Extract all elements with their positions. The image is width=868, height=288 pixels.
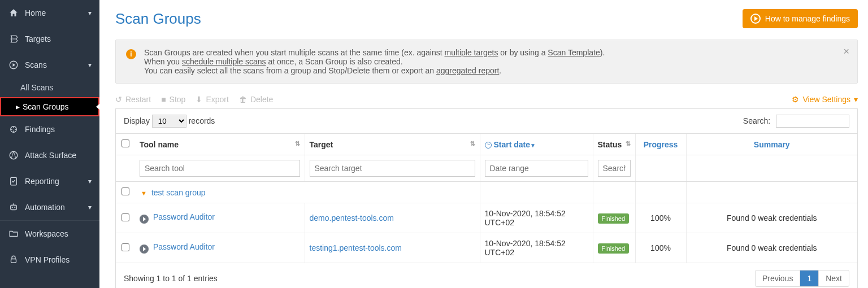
sidebar-item-targets[interactable]: Targets: [0, 26, 99, 52]
sidebar-item-label: Home: [25, 8, 46, 18]
how-to-manage-button[interactable]: How to manage findings: [743, 9, 858, 28]
automation-icon: [8, 202, 19, 213]
delete-button[interactable]: 🗑Delete: [239, 95, 273, 104]
page-title: Scan Groups: [115, 10, 201, 28]
caret-right-icon: ▸: [16, 102, 20, 111]
sidebar-item-label: VPN Profiles: [25, 255, 70, 264]
findings-icon: [8, 124, 19, 135]
view-settings-button[interactable]: ⚙View Settings▾: [792, 95, 858, 104]
page-next[interactable]: Next: [818, 270, 849, 286]
restart-button[interactable]: ↺Restart: [115, 95, 151, 104]
sidebar-item-label: Workspaces: [25, 229, 68, 238]
sidebar-item-workspaces[interactable]: Workspaces: [0, 220, 99, 247]
sidebar-item-automation[interactable]: Automation ▾: [0, 194, 99, 220]
reporting-icon: [8, 176, 19, 187]
search-control: Search:: [743, 115, 849, 128]
cell-summary: Found 0 weak credentials: [686, 233, 857, 263]
stop-button[interactable]: ■Stop: [161, 95, 185, 104]
filter-target-input[interactable]: [310, 160, 475, 177]
target-link[interactable]: testing1.pentest-tools.com: [310, 243, 402, 252]
tool-link[interactable]: Password Auditor: [153, 242, 215, 251]
tool-link[interactable]: Password Auditor: [153, 212, 215, 221]
clock-icon: [485, 142, 492, 149]
sidebar: Home ▾ Targets Scans ▾ All Scans ▸ Scan …: [0, 0, 99, 288]
link-multiple-targets[interactable]: multiple targets: [444, 48, 498, 57]
svg-rect-3: [11, 177, 17, 185]
col-status[interactable]: Status: [593, 134, 635, 155]
col-start-date[interactable]: Start date: [480, 134, 593, 155]
col-target[interactable]: Target: [305, 134, 480, 155]
table-row: Password Auditor testing1.pentest-tools.…: [116, 233, 857, 263]
sidebar-item-vpn[interactable]: VPN Profiles: [0, 247, 99, 273]
sidebar-item-label: Targets: [25, 34, 51, 43]
status-badge: Finished: [598, 213, 630, 224]
search-input[interactable]: [776, 115, 849, 128]
link-scan-template[interactable]: Scan Template: [548, 48, 600, 57]
row-checkbox[interactable]: [121, 213, 129, 221]
group-row[interactable]: ▼test scan group: [116, 182, 857, 203]
filter-date-input[interactable]: [485, 160, 588, 177]
target-link[interactable]: demo.pentest-tools.com: [310, 213, 394, 222]
cell-progress: 100%: [635, 233, 686, 263]
sidebar-item-attack-surface[interactable]: Attack Surface: [0, 142, 99, 168]
chevron-down-icon: ▾: [88, 9, 92, 17]
play-icon[interactable]: [140, 215, 149, 224]
filter-status-input[interactable]: [598, 160, 631, 177]
workspaces-icon: [8, 228, 19, 239]
select-all-checkbox[interactable]: [121, 139, 129, 147]
row-checkbox[interactable]: [121, 243, 129, 251]
export-button[interactable]: ⬇Export: [196, 95, 228, 104]
cell-summary: Found 0 weak credentials: [686, 203, 857, 233]
home-icon: [8, 7, 19, 19]
attack-surface-icon: [8, 150, 19, 161]
sidebar-item-label: Scans: [25, 60, 47, 69]
gear-icon: ⚙: [792, 95, 799, 104]
download-icon: ⬇: [196, 95, 202, 104]
svg-rect-7: [11, 259, 16, 263]
sidebar-item-reporting[interactable]: Reporting ▾: [0, 168, 99, 194]
chevron-down-icon: ▾: [88, 203, 92, 211]
targets-icon: [8, 33, 19, 45]
pagination: Previous 1 Next: [755, 270, 849, 287]
play-icon[interactable]: [140, 245, 149, 254]
stop-icon: ■: [161, 95, 166, 104]
group-name: test scan group: [151, 188, 206, 197]
col-progress[interactable]: Progress: [635, 134, 686, 155]
cell-progress: 100%: [635, 203, 686, 233]
scans-icon: [8, 59, 19, 71]
svg-point-2: [10, 151, 18, 159]
sidebar-sub-all-scans[interactable]: All Scans: [0, 78, 99, 97]
sidebar-item-findings[interactable]: Findings: [0, 116, 99, 142]
link-schedule-scans[interactable]: schedule multiple scans: [182, 57, 266, 66]
table-row: Password Auditor demo.pentest-tools.com …: [116, 203, 857, 233]
sidebar-item-label: Attack Surface: [25, 151, 76, 160]
trash-icon: 🗑: [239, 95, 247, 104]
sidebar-sub-scan-groups[interactable]: ▸ Scan Groups: [0, 97, 99, 116]
close-icon[interactable]: ×: [843, 46, 849, 58]
cell-date: 10-Nov-2020, 18:54:52 UTC+02: [480, 233, 593, 263]
table-container: Display 10 records Search: Tool name Tar…: [115, 108, 858, 288]
vpn-icon: [8, 254, 19, 265]
sidebar-item-label: Findings: [25, 125, 55, 134]
sidebar-item-home[interactable]: Home ▾: [0, 0, 99, 26]
info-text: Scan Groups are created when you start m…: [144, 48, 605, 75]
chevron-down-icon: ▾: [88, 177, 92, 185]
page-size-select[interactable]: 10: [152, 115, 186, 128]
page-prev[interactable]: Previous: [756, 270, 800, 286]
svg-point-6: [14, 207, 15, 208]
play-circle-icon: [750, 14, 761, 24]
svg-rect-4: [11, 205, 17, 210]
status-badge: Finished: [598, 243, 630, 254]
entries-info: Showing 1 to 1 of 1 entries: [124, 274, 218, 283]
chevron-down-icon: ▾: [88, 61, 92, 69]
page-1[interactable]: 1: [800, 270, 818, 286]
sidebar-item-scans[interactable]: Scans ▾: [0, 52, 99, 78]
col-tool-name[interactable]: Tool name: [135, 134, 305, 155]
row-checkbox[interactable]: [121, 187, 129, 195]
sidebar-item-label: Automation: [25, 203, 65, 212]
col-summary[interactable]: Summary: [686, 134, 857, 155]
info-banner: i Scan Groups are created when you start…: [115, 40, 858, 84]
link-aggregated-report[interactable]: aggregated report: [436, 66, 499, 75]
results-table: Tool name Target Start date Status Progr…: [116, 133, 857, 263]
filter-tool-input[interactable]: [140, 160, 300, 177]
